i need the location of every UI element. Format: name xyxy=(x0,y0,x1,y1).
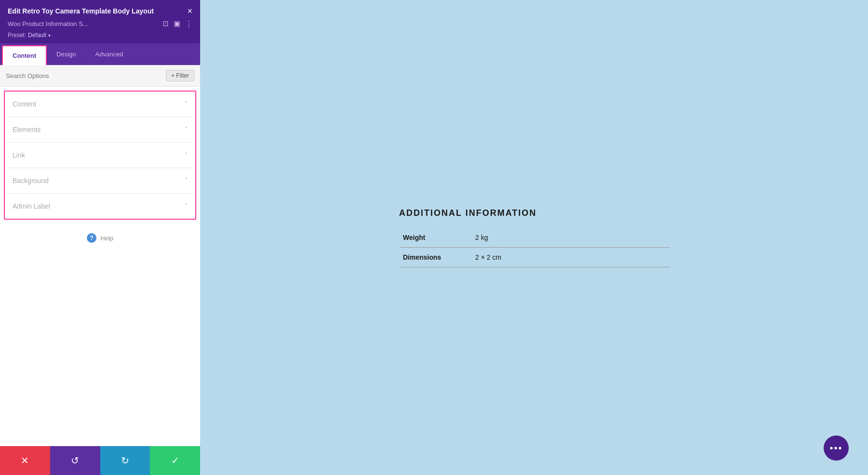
panel-title: Edit Retro Toy Camera Template Body Layo… xyxy=(8,7,154,15)
accordion-chevron-elements: ˅ xyxy=(185,126,188,133)
more-options-icon[interactable]: ⋮ xyxy=(185,19,192,28)
info-table: Weight 2 kg Dimensions 2 × 2 cm xyxy=(399,228,669,267)
accordion-chevron-content: ˅ xyxy=(185,101,188,107)
filter-button[interactable]: + Filter xyxy=(166,70,194,81)
close-button[interactable]: × xyxy=(187,7,192,15)
tab-content[interactable]: Content xyxy=(2,45,47,65)
preset-chevron-icon: ▾ xyxy=(48,33,51,38)
table-row: Weight 2 kg xyxy=(399,228,669,248)
accordion-label-admin-label: Admin Label xyxy=(13,202,50,210)
preset-label: Preset: xyxy=(8,32,26,39)
help-row: ? Help xyxy=(0,224,200,252)
accordion-label-elements: Elements xyxy=(13,126,41,133)
accordion-panel: Content ˅ Elements ˅ Link ˅ Background ˅ xyxy=(4,91,196,220)
save-button[interactable]: ✓ xyxy=(150,446,200,475)
panel-icons: ⊡ ▣ ⋮ xyxy=(163,19,192,28)
panel-subtitle-row: Woo Product Information S... ⊡ ▣ ⋮ xyxy=(8,19,192,28)
accordion-chevron-admin-label: ˅ xyxy=(185,203,188,210)
help-icon: ? xyxy=(87,233,96,243)
table-cell-value: 2 kg xyxy=(472,228,669,248)
tab-design[interactable]: Design xyxy=(47,43,85,65)
table-cell-label: Dimensions xyxy=(399,247,472,267)
tab-advanced[interactable]: Advanced xyxy=(86,43,133,65)
cancel-button[interactable]: ✕ xyxy=(0,446,50,475)
fab-button[interactable]: ••• xyxy=(824,435,849,461)
accordion-label-link: Link xyxy=(13,151,25,159)
table-cell-label: Weight xyxy=(399,228,472,248)
undo-button[interactable]: ↺ xyxy=(50,446,100,475)
accordion-header-admin-label[interactable]: Admin Label ˅ xyxy=(5,194,195,219)
search-row: + Filter xyxy=(0,65,200,87)
help-label: Help xyxy=(100,235,113,242)
info-title: ADDITIONAL INFORMATION xyxy=(399,208,669,218)
right-content: ADDITIONAL INFORMATION Weight 2 kg Dimen… xyxy=(200,0,868,475)
left-panel: Edit Retro Toy Camera Template Body Layo… xyxy=(0,0,200,475)
panel-title-row: Edit Retro Toy Camera Template Body Layo… xyxy=(8,7,192,15)
responsive-icon[interactable]: ⊡ xyxy=(163,19,169,28)
accordion-item-admin-label: Admin Label ˅ xyxy=(5,194,195,219)
accordion-item-link: Link ˅ xyxy=(5,143,195,168)
accordion-header-elements[interactable]: Elements ˅ xyxy=(5,117,195,142)
info-table-container: ADDITIONAL INFORMATION Weight 2 kg Dimen… xyxy=(399,208,669,267)
accordion-chevron-background: ˅ xyxy=(185,177,188,184)
accordion-chevron-link: ˅ xyxy=(185,152,188,158)
accordion-item-elements: Elements ˅ xyxy=(5,117,195,143)
accordion-item-background: Background ˅ xyxy=(5,168,195,194)
accordion-header-background[interactable]: Background ˅ xyxy=(5,168,195,193)
tabs-row: Content Design Advanced xyxy=(0,43,200,65)
panel-header: Edit Retro Toy Camera Template Body Layo… xyxy=(0,0,200,43)
preset-value: Default xyxy=(28,32,46,39)
search-input[interactable] xyxy=(6,72,162,79)
panel-subtitle: Woo Product Information S... xyxy=(8,20,88,27)
bottom-bar: ✕ ↺ ↻ ✓ xyxy=(0,446,200,475)
redo-button[interactable]: ↻ xyxy=(100,446,150,475)
accordion-header-link[interactable]: Link ˅ xyxy=(5,143,195,168)
accordion-label-content: Content xyxy=(13,100,36,108)
accordion-label-background: Background xyxy=(13,177,49,185)
accordion-header-content[interactable]: Content ˅ xyxy=(5,92,195,117)
table-row: Dimensions 2 × 2 cm xyxy=(399,247,669,267)
table-cell-value: 2 × 2 cm xyxy=(472,247,669,267)
accordion-item-content: Content ˅ xyxy=(5,92,195,117)
preset-row: Preset: Default ▾ xyxy=(8,32,192,39)
fab-label: ••• xyxy=(829,443,842,454)
layout-icon[interactable]: ▣ xyxy=(174,19,180,28)
